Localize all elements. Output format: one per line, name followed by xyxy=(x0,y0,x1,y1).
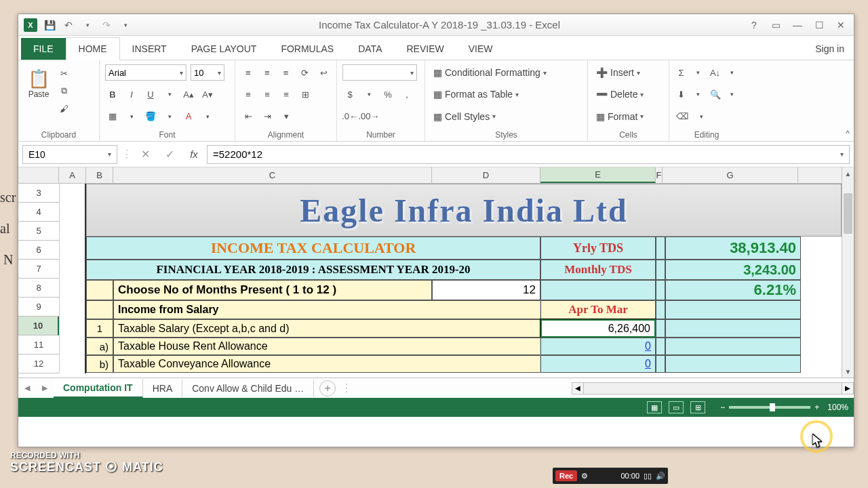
sign-in-link[interactable]: Sign in xyxy=(806,38,854,60)
font-size-combo[interactable]: 10▾ xyxy=(191,64,224,81)
number-format-combo[interactable]: ▾ xyxy=(342,64,417,81)
sheet-hra[interactable]: HRA xyxy=(143,380,183,397)
borders-icon[interactable]: ▦ xyxy=(105,109,120,124)
underline-icon[interactable]: U xyxy=(143,87,158,102)
align-top-icon[interactable]: ≡ xyxy=(241,65,256,80)
maximize-icon[interactable]: ☐ xyxy=(813,19,825,31)
align-right-icon[interactable]: ≡ xyxy=(279,87,294,102)
align-center-icon[interactable]: ≡ xyxy=(260,87,275,102)
decrease-decimal-icon[interactable]: .00→ xyxy=(361,109,376,124)
rec-button[interactable]: Rec xyxy=(555,470,577,481)
scroll-thumb[interactable] xyxy=(844,193,852,234)
paste-button[interactable]: 📋Paste xyxy=(24,63,54,104)
col-G[interactable]: G xyxy=(663,167,798,183)
row-5[interactable]: 5 xyxy=(18,222,59,241)
font-color-icon[interactable]: A xyxy=(181,109,196,124)
ribbon-options-icon[interactable]: ▭ xyxy=(770,19,782,31)
zoom-out-icon[interactable]: − xyxy=(720,403,725,412)
currency-icon[interactable]: $ xyxy=(342,87,357,102)
row-7[interactable]: 7 xyxy=(18,260,59,279)
wrap-text-icon[interactable]: ↩ xyxy=(316,65,331,80)
conditional-formatting-button[interactable]: ▦Conditional Formatting▾ xyxy=(431,64,549,81)
format-as-table-button[interactable]: ▦Format as Table▾ xyxy=(431,86,521,102)
rec-audio-icon[interactable]: 🔊 xyxy=(656,472,665,481)
tab-view[interactable]: VIEW xyxy=(456,38,505,60)
merge-icon[interactable]: ⊞ xyxy=(298,87,313,102)
row-12[interactable]: 12 xyxy=(18,354,59,373)
currency-dd-icon[interactable]: ▾ xyxy=(361,87,376,102)
tab-insert[interactable]: INSERT xyxy=(120,38,179,60)
vertical-scrollbar[interactable]: ▲ ▼ xyxy=(842,167,854,378)
row-3[interactable]: 3 xyxy=(18,184,59,203)
scroll-down-icon[interactable]: ▼ xyxy=(842,365,854,378)
scroll-up-icon[interactable]: ▲ xyxy=(842,167,854,180)
find-dd-icon[interactable]: ▾ xyxy=(726,87,738,102)
merge-dd-icon[interactable]: ▾ xyxy=(279,109,294,124)
normal-view-icon[interactable]: ▦ xyxy=(647,401,662,413)
increase-decimal-icon[interactable]: .0← xyxy=(342,109,357,124)
copy-icon[interactable]: ⧉ xyxy=(56,83,71,98)
hscroll-right-icon[interactable]: ▶ xyxy=(842,382,854,394)
formula-input[interactable]: =52200*12▾ xyxy=(207,145,850,164)
fill-dd-icon[interactable]: ▾ xyxy=(162,109,177,124)
tab-file[interactable]: FILE xyxy=(21,38,66,60)
format-painter-icon[interactable]: 🖌 xyxy=(56,101,71,116)
percent-icon[interactable]: % xyxy=(380,87,395,102)
col-D[interactable]: D xyxy=(432,167,540,183)
align-mid-icon[interactable]: ≡ xyxy=(260,65,275,80)
rec-pause-icon[interactable]: ▯▯ xyxy=(644,472,652,481)
row-10[interactable]: 10 xyxy=(18,317,59,336)
conveyance-value[interactable]: 0 xyxy=(540,355,656,373)
zoom-slider[interactable] xyxy=(729,406,810,409)
col-B[interactable]: B xyxy=(86,167,113,183)
cancel-formula-icon[interactable]: ✕ xyxy=(136,146,154,163)
page-break-icon[interactable]: ⊞ xyxy=(690,401,705,413)
name-box[interactable]: E10▾ xyxy=(22,145,117,164)
fill-dd-icon[interactable]: ▾ xyxy=(692,87,705,102)
col-A[interactable]: A xyxy=(59,167,86,183)
zoom-in-icon[interactable]: + xyxy=(814,403,819,412)
cut-icon[interactable]: ✂ xyxy=(56,66,71,81)
fontcolor-dd-icon[interactable]: ▾ xyxy=(200,109,215,124)
row-4[interactable]: 4 xyxy=(18,203,59,222)
row-8[interactable]: 8 xyxy=(18,279,59,298)
page-layout-icon[interactable]: ▭ xyxy=(669,401,684,413)
rec-settings-icon[interactable]: ⚙ xyxy=(581,472,588,481)
decrease-indent-icon[interactable]: ⇤ xyxy=(241,109,256,124)
undo-dropdown-icon[interactable]: ▾ xyxy=(81,18,94,32)
collapse-ribbon-icon[interactable]: ^ xyxy=(846,129,850,138)
qat-customize-icon[interactable]: ▾ xyxy=(119,18,132,32)
font-name-combo[interactable]: Arial▾ xyxy=(105,64,186,81)
tab-nav-next-icon[interactable]: ▶ xyxy=(36,380,54,397)
taxable-salary-cell[interactable]: 6,26,400 xyxy=(540,319,656,338)
tab-data[interactable]: DATA xyxy=(346,38,394,60)
hscroll-left-icon[interactable]: ◀ xyxy=(572,382,584,394)
delete-cells-button[interactable]: ➖Delete▾ xyxy=(593,86,646,102)
fill-icon[interactable]: ⬇ xyxy=(675,87,688,102)
col-C[interactable]: C xyxy=(113,167,432,183)
autosum-dd-icon[interactable]: ▾ xyxy=(692,65,705,80)
decrease-font-icon[interactable]: A▾ xyxy=(200,87,215,102)
align-bot-icon[interactable]: ≡ xyxy=(279,65,294,80)
tab-nav-prev-icon[interactable]: ◀ xyxy=(18,380,36,397)
col-F[interactable]: F xyxy=(656,167,663,183)
select-all-corner[interactable] xyxy=(18,167,59,184)
col-E[interactable]: E xyxy=(540,167,656,183)
row-6[interactable]: 6 xyxy=(18,241,59,260)
comma-icon[interactable]: , xyxy=(399,87,414,102)
insert-cells-button[interactable]: ➕Insert▾ xyxy=(593,64,643,81)
format-cells-button[interactable]: ▦Format▾ xyxy=(593,108,646,125)
sort-filter-icon[interactable]: A↓ xyxy=(709,65,722,80)
enter-formula-icon[interactable]: ✓ xyxy=(161,146,178,163)
borders-dd-icon[interactable]: ▾ xyxy=(124,109,139,124)
add-sheet-icon[interactable]: + xyxy=(319,380,336,396)
align-left-icon[interactable]: ≡ xyxy=(241,87,256,102)
italic-icon[interactable]: I xyxy=(124,87,139,102)
tab-review[interactable]: REVIEW xyxy=(394,38,456,60)
save-icon[interactable]: 💾 xyxy=(43,18,56,32)
minimize-icon[interactable]: — xyxy=(791,19,804,31)
tab-formulas[interactable]: FORMULAS xyxy=(269,38,346,60)
close-icon[interactable]: ✕ xyxy=(835,19,847,31)
increase-font-icon[interactable]: A▴ xyxy=(181,87,196,102)
months-input[interactable]: 12 xyxy=(432,280,540,300)
